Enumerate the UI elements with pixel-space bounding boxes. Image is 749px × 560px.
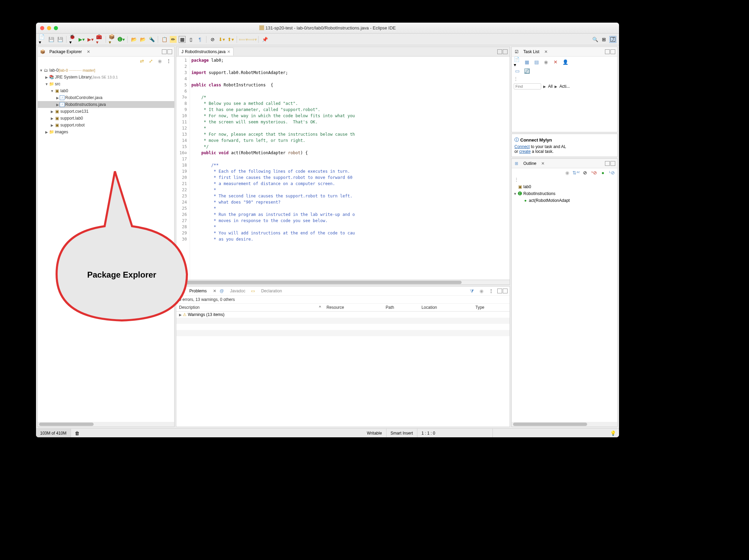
filter-activate[interactable]: Acti... [559,84,570,89]
skip-breakpoints-icon[interactable]: ⊘ [209,36,216,43]
focus-workweek-icon[interactable]: ◉ [543,59,549,65]
pilcrow-icon[interactable]: ¶ [197,36,203,43]
gc-icon[interactable]: 🗑 [74,430,81,437]
tip-icon[interactable]: 💡 [609,430,616,437]
package-lab0[interactable]: ▼▣lab0 [38,87,174,94]
minimize-editor-icon[interactable] [497,49,502,54]
col-resource[interactable]: Resource [324,304,383,312]
close-icon[interactable] [40,26,44,30]
coverage-icon[interactable]: ▶▾ [87,36,94,43]
minimize-view-icon[interactable] [605,49,610,54]
sync-icon[interactable]: 👤 [562,59,569,65]
file-robotinstructions[interactable]: ▶JRobotInstructions.java [38,101,174,108]
hide-fields-icon[interactable]: ⊘ [582,169,588,176]
col-type[interactable]: Type [473,304,510,312]
minimize-view-icon[interactable] [605,161,610,166]
link-editor-icon[interactable]: ⤢ [147,58,154,64]
focus-task-icon[interactable]: ◉ [156,58,163,64]
focus-icon[interactable]: ◉ [564,169,571,176]
new-package-icon[interactable]: 📦▾ [109,36,116,43]
maximize-view-icon[interactable] [610,161,615,166]
block-select-icon[interactable]: ▦ [179,36,186,43]
search-icon[interactable]: 🔦 [148,36,155,43]
save-all-icon[interactable]: 💾 [57,36,63,43]
close-view-icon[interactable]: ✕ [541,161,545,166]
quick-access-icon[interactable]: 🔍 [592,36,598,43]
src-node[interactable]: ▼📁src [38,81,174,87]
maximize-editor-icon[interactable] [503,49,508,54]
code-area[interactable]: package lab0; import support.lab0.RobotM… [190,57,510,280]
forward-icon[interactable]: ⟹▾ [249,36,255,43]
view-menu-icon[interactable]: ⋮ [165,58,172,64]
file-robotcontroller[interactable]: ▶JRobotController.java [38,94,174,101]
prev-annotation-icon[interactable]: ⬆▾ [227,36,234,43]
col-description[interactable]: Description [176,304,316,312]
close-view-icon[interactable]: ✕ [87,49,90,54]
scheduled-icon[interactable]: ▤ [533,59,540,65]
debug-icon[interactable]: 🐞▾ [69,36,76,43]
collapse-all-icon[interactable]: ⇄ [139,58,145,64]
open-perspective-icon[interactable]: ⊞ [601,36,607,43]
close-tab-icon[interactable]: ✕ [213,289,216,293]
zoom-icon[interactable] [54,26,58,30]
close-tab-icon[interactable]: ✕ [227,49,230,54]
open-type-icon[interactable]: 📂 [130,36,137,43]
outline-method[interactable]: ●act(RobotMotionAdapt [513,197,616,204]
warnings-group-row[interactable]: ▶ ⚠ Warnings (13 items) [176,312,510,318]
save-icon[interactable]: 💾 [48,36,55,43]
open-task-icon[interactable]: 📂 [139,36,146,43]
code-editor[interactable]: 1234567⊖8910111213141516⊖171819202122232… [176,56,510,280]
hide-icon[interactable]: ✕ [552,59,559,65]
synchronize-icon[interactable]: 🔄 [523,68,530,74]
new-icon[interactable]: 📄▾ [39,36,46,43]
show-whitespace-icon[interactable]: ▯ [188,36,194,43]
maximize-view-icon[interactable] [167,49,172,54]
mark-occur-icon[interactable]: ✏ [170,36,177,43]
maximize-view-icon[interactable] [503,289,508,293]
pin-editor-icon[interactable]: 📌 [261,36,268,43]
tab-javadoc[interactable]: Javadoc [228,288,248,294]
hide-static-icon[interactable]: ˢ⊘ [591,169,597,176]
outline-scroll[interactable] [512,422,617,427]
back-icon[interactable]: ⟸▾ [240,36,247,43]
ext-tools-icon[interactable]: 🧰▾ [96,36,103,43]
task-find-input[interactable] [514,83,541,89]
tab-declaration[interactable]: Declaration [259,288,284,294]
java-perspective-icon[interactable]: 🄹 [609,36,616,43]
pe-scroll[interactable] [38,422,174,427]
triangle-icon[interactable]: ▶ [543,85,546,88]
connect-link[interactable]: Connect [514,144,530,149]
triangle-icon[interactable]: ▶ [555,85,557,88]
minimize-view-icon[interactable] [497,289,502,293]
close-view-icon[interactable]: ✕ [544,49,548,54]
filter-all[interactable]: All [548,84,552,89]
view-menu-icon[interactable]: ⋮ [488,288,495,294]
filter-icon[interactable]: ⧩ [468,288,475,294]
col-path[interactable]: Path [383,304,419,312]
new-class-icon[interactable]: 🅒▾ [118,36,124,43]
categorized-icon[interactable]: ▦ [523,59,530,65]
tab-problems[interactable]: Problems [187,288,209,294]
create-link[interactable]: create [519,149,531,154]
run-icon[interactable]: ▶▾ [78,36,85,43]
package-cse131[interactable]: ▶▣support.cse131 [38,108,174,115]
hide-local-icon[interactable]: ᴸ⊘ [608,169,615,176]
editor-tab[interactable]: J RobotInstructions.java ✕ [178,48,234,56]
toggle-breadcrumb-icon[interactable]: 📋 [161,36,168,43]
package-supportlab0[interactable]: ▶▣support.lab0 [38,115,174,122]
hide-nonpublic-icon[interactable]: ● [599,169,606,176]
col-location[interactable]: Location [419,304,473,312]
sort-icon[interactable]: ⇅ᵃᶻ [573,169,580,176]
minimize-icon[interactable] [47,26,51,30]
minimize-view-icon[interactable] [162,49,167,54]
package-supportrobot[interactable]: ▶▣support.robot [38,122,174,129]
folder-images[interactable]: ▶📁images [38,129,174,135]
outline-class[interactable]: ▼🅒RobotInstructions [513,190,616,197]
collapse-icon[interactable]: ▭ [514,68,521,74]
editor-scroll[interactable] [176,280,510,285]
next-annotation-icon[interactable]: ⬇▾ [218,36,225,43]
outline-package[interactable]: ▣lab0 [513,183,616,190]
new-task-icon[interactable]: 📄▾ [514,59,521,65]
project-node[interactable]: ▼🗂lab-0 [lab-0 ············ master] [38,67,174,74]
jre-node[interactable]: ▶📚JRE System Library [Java SE 13.0.1 [38,74,174,81]
